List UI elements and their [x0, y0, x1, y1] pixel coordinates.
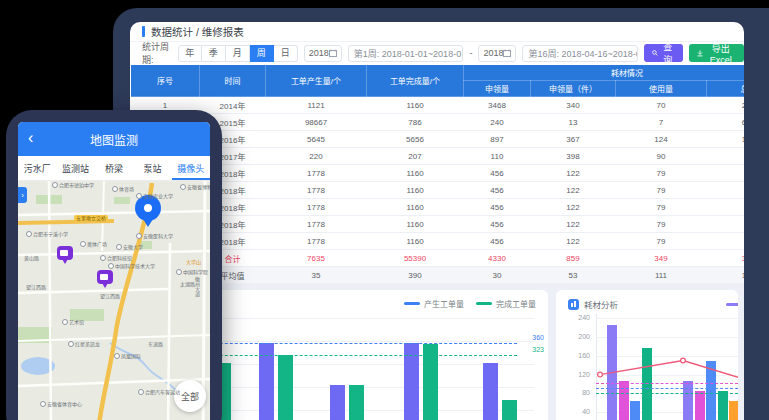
- legend-item[interactable]: 完成工单量: [476, 298, 536, 309]
- phone-tab-桥梁[interactable]: 桥梁: [95, 156, 133, 180]
- bar-产生工单量: [330, 385, 345, 420]
- map-poi-label: 中国科学院: [176, 269, 208, 275]
- map-poi-label: 合肥市琥珀中学: [52, 182, 94, 188]
- phone-tab-bar: 污水厂监测站桥梁泵站摄像头: [18, 156, 210, 181]
- map-poi-label: 黄山路: [24, 255, 39, 261]
- map-poi-label: 安徽大学: [116, 244, 143, 250]
- legend-swatch: [476, 302, 492, 305]
- table-cell: 79: [616, 182, 707, 199]
- sub-column-header: 申领量（件）: [531, 81, 616, 97]
- map-poi-label: 大华山: [186, 259, 201, 265]
- period-segmented-control: 年季月周日: [178, 45, 298, 62]
- camera-marker[interactable]: [97, 270, 113, 284]
- map-view[interactable]: › 全部 合肥市琥珀中学体育场安徽农业大学安徽省博物馆五里墩立交桥安徽医科大学合…: [18, 181, 210, 420]
- period-option-季[interactable]: 季: [202, 45, 226, 62]
- phone-tab-摄像头[interactable]: 摄像头: [172, 156, 210, 180]
- y-tick-label: 200: [568, 333, 590, 340]
- table-cell: 79: [616, 216, 707, 233]
- table-cell: 1160: [367, 182, 464, 199]
- table-row: 22015年98667786240137650: [131, 114, 745, 131]
- table-cell: 140: [707, 267, 745, 284]
- charts-strip: 产生工单量完成工单量 360323 耗材分析 2402001601208040: [130, 283, 744, 420]
- col-finished: 工单完成量/个: [367, 65, 464, 97]
- table-cell: 67: [707, 233, 745, 250]
- year-to-select[interactable]: 2018: [478, 45, 516, 62]
- phone-tab-泵站[interactable]: 泵站: [133, 156, 171, 180]
- sub-column-header: 使用量: [616, 81, 707, 97]
- table-cell: 4330: [464, 250, 531, 267]
- table-cell: 129: [707, 131, 745, 148]
- map-poi-label: 安徽省博物馆: [180, 184, 210, 190]
- table-row: 52018年177811604561227967: [131, 165, 745, 182]
- y-tick-label: 160: [568, 352, 590, 359]
- export-excel-button[interactable]: 导出Excel: [689, 44, 744, 62]
- table-cell: 1160: [367, 199, 464, 216]
- query-button[interactable]: 查询: [644, 44, 682, 62]
- table-cell: 13: [531, 114, 616, 131]
- table-cell: 240: [464, 114, 531, 131]
- table-cell: 79: [616, 233, 707, 250]
- table-cell: 53: [531, 267, 616, 284]
- map-poi-label: 望江西路: [100, 293, 120, 299]
- map-expander-button[interactable]: ›: [18, 187, 27, 203]
- map-poi-label: 望江西路: [26, 284, 46, 290]
- table-cell: 1160: [367, 216, 464, 233]
- sub-column-header: 申领量: [464, 81, 531, 97]
- bar-产生工单量: [483, 363, 498, 420]
- table-cell: 79: [616, 165, 707, 182]
- table-cell: 2014年: [200, 97, 266, 114]
- average-dashed-line: [596, 388, 738, 389]
- table-cell: 3468: [464, 97, 531, 114]
- table-cell: 122: [531, 216, 616, 233]
- table-cell: 19: [707, 148, 745, 165]
- period-option-周[interactable]: 周: [250, 45, 274, 62]
- table-cell: 110: [464, 148, 531, 165]
- map-poi-label: 艺术馆: [62, 319, 84, 325]
- phone-tab-监测站[interactable]: 监测站: [56, 156, 94, 180]
- table-cell: 398: [531, 148, 616, 165]
- gridline: [596, 356, 738, 357]
- table-cell: 456: [464, 199, 531, 216]
- back-icon[interactable]: ‹: [28, 128, 33, 148]
- table-cell: 67: [707, 216, 745, 233]
- chart-legend: 产生工单量完成工单量: [404, 298, 536, 309]
- gridline: [173, 341, 534, 342]
- period-option-年[interactable]: 年: [178, 45, 202, 62]
- table-cell: 390: [367, 267, 464, 284]
- period-option-月[interactable]: 月: [226, 45, 250, 62]
- table-cell: 70: [616, 97, 707, 114]
- breadcrumb: 数据统计 / 维修报表: [130, 22, 744, 42]
- map-poi-label: 太湖路: [180, 281, 195, 287]
- table-cell: 1778: [266, 216, 367, 233]
- sub-column-header: 总量: [707, 81, 745, 97]
- period-label: 统计周期:: [142, 40, 172, 66]
- map-poi-label: 合肥汽车客运站: [138, 389, 180, 395]
- table-cell: 7635: [266, 250, 367, 267]
- table-cell: 90: [616, 148, 707, 165]
- map-poi-label: 安徽医科大学: [136, 233, 173, 239]
- consumables-chart-card: 耗材分析 2402001601208040: [556, 290, 738, 420]
- week-from-input[interactable]: 第1周: 2018-01-01~2018-01-07: [348, 45, 464, 62]
- table-cell: 456: [464, 233, 531, 250]
- period-option-日[interactable]: 日: [274, 45, 298, 62]
- year-from-select[interactable]: 2018: [304, 45, 342, 62]
- breadcrumb-text: 数据统计 / 维修报表: [151, 24, 244, 39]
- map-poi-label: 合肥市宁溪小学: [26, 231, 68, 237]
- col-group-consumables: 耗材情况: [464, 65, 745, 81]
- map-poi-label: 安徽农业大学: [136, 193, 173, 199]
- y-axis-line: [596, 314, 597, 420]
- legend-item[interactable]: 产生工单量: [404, 298, 464, 309]
- consumable-bar: [729, 401, 738, 420]
- phone-tab-污水厂[interactable]: 污水厂: [18, 156, 56, 180]
- show-all-button[interactable]: 全部: [174, 380, 206, 412]
- table-header: 序号 时间 工单产生量/个 工单完成量/个 耗材情况 申领量申领量（件）使用量总…: [131, 65, 745, 97]
- chart-icon: [568, 299, 579, 310]
- consumable-bar: [607, 325, 617, 420]
- table-row: 62018年177811604561227967: [131, 182, 745, 199]
- table-cell: 897: [464, 131, 531, 148]
- table-cell: 7: [616, 114, 707, 131]
- week-to-input[interactable]: 第16周: 2018-04-16~2018-04-22: [522, 45, 638, 62]
- consumable-bar: [630, 401, 640, 420]
- camera-marker[interactable]: [57, 246, 73, 260]
- download-icon: [697, 49, 703, 58]
